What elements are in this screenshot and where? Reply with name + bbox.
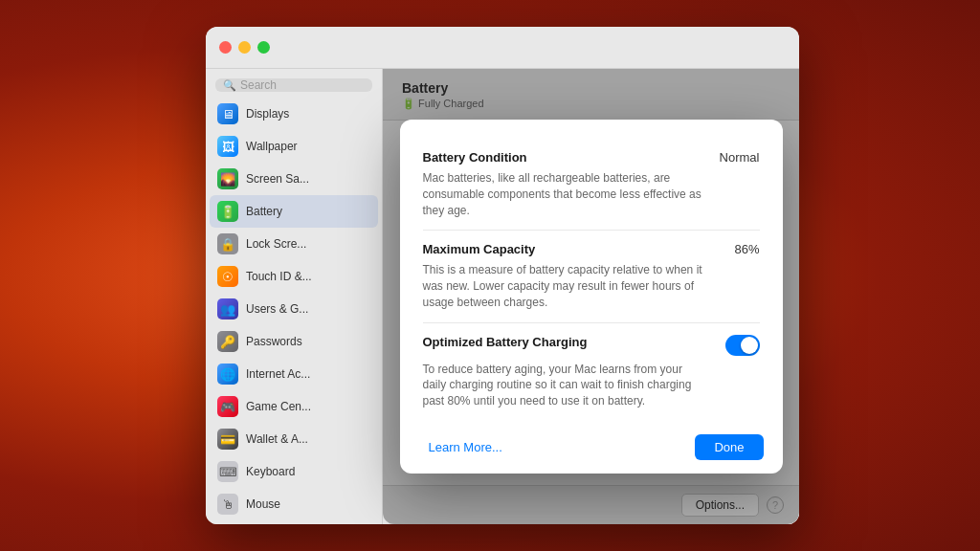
modal-body: Battery Condition Normal Mac batteries, … (400, 120, 783, 421)
title-bar (206, 27, 799, 69)
modal-footer: Learn More... Done (400, 421, 783, 474)
sidebar-item-label: Screen Sa... (246, 172, 309, 186)
learn-more-button[interactable]: Learn More... (419, 434, 512, 460)
battery-icon: 🔋 (217, 201, 238, 222)
sidebar-item-label: Keyboard (246, 465, 295, 478)
sidebar-item-touchid[interactable]: ☉ Touch ID &... (206, 260, 382, 293)
sidebar-item-label: Battery (246, 205, 282, 218)
sidebar-item-gamecenter[interactable]: 🎮 Game Cen... (206, 390, 382, 423)
battery-condition-desc: Mac batteries, like all rechargeable bat… (423, 170, 709, 218)
minimize-button[interactable] (238, 41, 251, 54)
battery-health-modal: Battery Condition Normal Mac batteries, … (400, 120, 783, 474)
sidebar-item-label: Wallpaper (246, 140, 298, 153)
internet-icon: 🌐 (217, 364, 238, 385)
users-icon: 👥 (217, 298, 238, 320)
sidebar-item-displays[interactable]: 🖥 Displays (206, 98, 382, 130)
close-button[interactable] (219, 41, 232, 54)
sidebar-item-mouse[interactable]: 🖱 Mouse (206, 488, 382, 520)
sidebar-item-label: Lock Scre... (246, 237, 306, 251)
optimized-charging-section: Optimized Battery Charging To reduce bat… (423, 323, 760, 421)
sidebar-item-label: Internet Ac... (246, 367, 310, 381)
passwords-icon: 🔑 (217, 331, 238, 352)
modal-overlay: Battery Condition Normal Mac batteries, … (383, 69, 799, 524)
sidebar-item-wallpaper[interactable]: 🖼 Wallpaper (206, 130, 382, 163)
sidebar-item-label: Touch ID &... (246, 270, 312, 283)
window-body: 🔍 Search 🖥 Displays 🖼 Wallpaper 🌄 Screen… (206, 69, 799, 524)
wallpaper-icon: 🖼 (217, 136, 238, 157)
optimized-charging-row: Optimized Battery Charging (423, 335, 760, 356)
gamecenter-icon: 🎮 (217, 396, 238, 417)
battery-condition-section: Battery Condition Normal Mac batteries, … (423, 139, 760, 231)
sidebar-item-users[interactable]: 👥 Users & G... (206, 293, 382, 325)
toggle-knob (741, 337, 758, 354)
maximum-capacity-desc: This is a measure of battery capacity re… (423, 262, 709, 310)
search-placeholder: Search (240, 78, 277, 92)
battery-condition-row: Battery Condition Normal (423, 150, 760, 165)
traffic-lights (219, 41, 270, 54)
sidebar-item-label: Game Cen... (246, 400, 311, 413)
search-bar[interactable]: 🔍 Search (215, 78, 372, 92)
sidebar-item-screensaver[interactable]: 🌄 Screen Sa... (206, 163, 382, 195)
sidebar-item-internet[interactable]: 🌐 Internet Ac... (206, 358, 382, 390)
battery-condition-title: Battery Condition (423, 150, 527, 165)
sidebar-item-label: Users & G... (246, 302, 308, 316)
screensaver-icon: 🌄 (217, 168, 238, 189)
desktop: 🔍 Search 🖥 Displays 🖼 Wallpaper 🌄 Screen… (0, 0, 980, 551)
sidebar-item-label: Wallet & A... (246, 432, 308, 446)
lock-icon: 🔒 (217, 233, 238, 254)
battery-condition-value: Normal (720, 150, 760, 165)
main-content: Battery 🔋 Fully Charged Battery Health N… (383, 69, 799, 524)
optimized-charging-toggle[interactable] (725, 335, 760, 356)
sidebar: 🔍 Search 🖥 Displays 🖼 Wallpaper 🌄 Screen… (206, 69, 383, 524)
sidebar-item-keyboard[interactable]: ⌨ Keyboard (206, 455, 382, 488)
sidebar-item-lockscreen[interactable]: 🔒 Lock Scre... (206, 228, 382, 260)
maximum-capacity-row: Maximum Capacity 86% (423, 242, 760, 256)
sidebar-item-label: Passwords (246, 335, 302, 348)
sidebar-item-label: Displays (246, 107, 289, 121)
search-icon: 🔍 (223, 79, 236, 92)
done-button[interactable]: Done (695, 434, 763, 460)
sidebar-item-label: Mouse (246, 497, 280, 511)
optimized-charging-desc: To reduce battery aging, your Mac learns… (423, 362, 709, 409)
wallet-icon: 💳 (217, 429, 238, 450)
sidebar-item-passwords[interactable]: 🔑 Passwords (206, 325, 382, 358)
keyboard-icon: ⌨ (217, 461, 238, 482)
maximum-capacity-value: 86% (734, 242, 759, 256)
maximum-capacity-title: Maximum Capacity (423, 242, 536, 256)
displays-icon: 🖥 (217, 103, 238, 124)
sidebar-item-trackpad[interactable]: ▭ Trackpad (206, 520, 382, 524)
mouse-icon: 🖱 (217, 494, 238, 515)
sidebar-item-battery[interactable]: 🔋 Battery (210, 195, 378, 228)
optimized-charging-title: Optimized Battery Charging (423, 335, 588, 349)
maximum-capacity-section: Maximum Capacity 86% This is a measure o… (423, 231, 760, 322)
main-window: 🔍 Search 🖥 Displays 🖼 Wallpaper 🌄 Screen… (206, 27, 799, 524)
sidebar-item-wallet[interactable]: 💳 Wallet & A... (206, 423, 382, 455)
maximize-button[interactable] (257, 41, 270, 54)
touchid-icon: ☉ (217, 266, 238, 287)
